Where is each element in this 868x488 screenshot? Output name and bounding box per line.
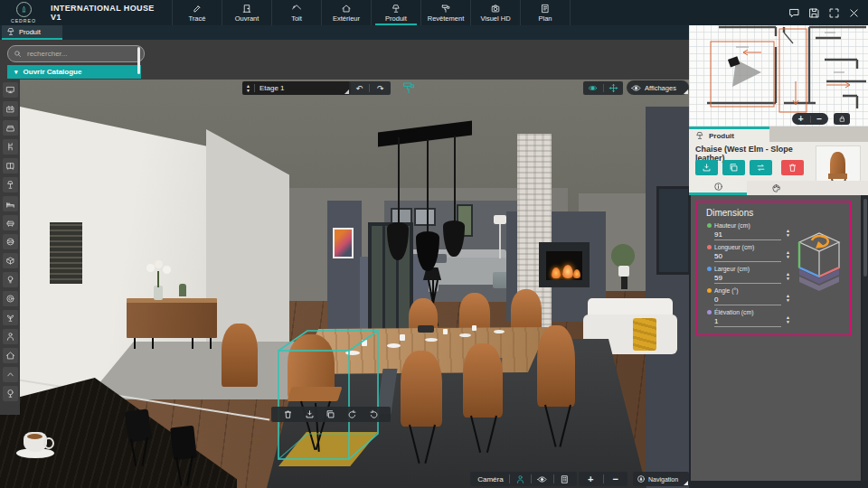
tv-icon — [5, 85, 15, 95]
selection-rotate-right-button[interactable] — [369, 409, 379, 419]
product-download-button[interactable] — [695, 160, 718, 175]
menu-item-visuel-hd[interactable]: Visuel HD — [470, 0, 520, 25]
undo-button[interactable]: ↶ — [355, 84, 363, 93]
framed-picture[interactable] — [414, 208, 436, 226]
selection-delete-button[interactable] — [283, 409, 293, 419]
orbit-icon[interactable] — [588, 83, 598, 93]
minimap-zoom-in-button[interactable]: + — [792, 114, 810, 124]
sidebar-item-armchairs[interactable] — [3, 215, 18, 230]
sidebar-item-tableware[interactable] — [3, 291, 18, 306]
sidebar-item-storage[interactable] — [3, 158, 18, 174]
wall-art[interactable] — [333, 228, 354, 258]
sidebar-item-boxes[interactable] — [3, 253, 18, 268]
dining-chair[interactable] — [222, 324, 258, 387]
overview-eye-icon[interactable] — [537, 474, 547, 484]
dimension-stepper[interactable]: ▲▼ — [786, 294, 790, 303]
tab-materials[interactable] — [747, 181, 805, 195]
comments-button[interactable] — [788, 7, 800, 19]
menu-item-plan[interactable]: Plan — [520, 0, 571, 25]
paint-tool-icon[interactable] — [401, 80, 416, 95]
right-panel-scrollbar[interactable] — [863, 195, 868, 481]
selection-download-button[interactable] — [305, 409, 315, 419]
orientation-cube[interactable] — [792, 222, 846, 316]
left-panel-scrollbar[interactable] — [137, 47, 140, 74]
affichages-button[interactable]: Affichages — [627, 80, 689, 95]
pan-icon[interactable] — [609, 83, 618, 93]
potted-plant[interactable] — [611, 244, 635, 267]
dining-chair[interactable] — [537, 325, 575, 407]
dining-chair[interactable] — [463, 343, 503, 418]
menu-item-trace[interactable]: Tracé — [172, 0, 222, 25]
cedreo-logo[interactable]: CEDREO — [0, 0, 47, 25]
minimap[interactable]: + − — [689, 25, 868, 127]
sideboard[interactable] — [127, 298, 217, 338]
person-view-icon[interactable] — [515, 474, 525, 484]
redo-button[interactable]: ↷ — [377, 84, 384, 93]
menu-item-revetement[interactable]: Revêtement — [420, 0, 470, 25]
dimension-stepper[interactable]: ▲▼ — [786, 229, 790, 238]
floor-selector[interactable]: ▲▼ Etage 1 — [242, 81, 351, 95]
sidebar-item-decoration[interactable] — [3, 234, 18, 249]
close-button[interactable] — [848, 7, 860, 19]
product-delete-button[interactable] — [781, 160, 804, 175]
sidebar-item-characters[interactable] — [3, 329, 18, 344]
sidebar-item-exterior[interactable] — [3, 348, 18, 363]
dimension-input[interactable] — [714, 274, 781, 284]
tab-dimensions[interactable] — [689, 181, 747, 195]
sidebar-item-kitchen[interactable] — [3, 101, 18, 117]
dimension-input[interactable] — [714, 296, 781, 305]
cactus[interactable] — [179, 284, 186, 296]
yellow-throw[interactable] — [633, 318, 656, 351]
table-lamp[interactable] — [494, 215, 506, 224]
sidebar-item-media[interactable] — [3, 82, 18, 98]
save-button[interactable] — [808, 7, 820, 19]
floor-stepper[interactable]: ▲▼ — [246, 84, 250, 93]
minimap-lock-button[interactable] — [834, 113, 850, 125]
navigation-button[interactable]: Navigation — [633, 472, 689, 486]
dimension-field-largeur: Largeur (cm) ▲▼ — [707, 266, 790, 286]
sidebar-item-plants[interactable] — [3, 310, 18, 325]
product-duplicate-button[interactable] — [722, 160, 745, 175]
dimension-input[interactable] — [714, 230, 781, 240]
sidebar-item-lighting[interactable] — [3, 272, 18, 287]
flower-vase[interactable] — [154, 286, 163, 300]
sidebar-item-collapse[interactable] — [3, 367, 18, 382]
elevation-view-icon[interactable] — [560, 474, 570, 484]
dimension-field-hauteur: Hauteur (cm) ▲▼ — [707, 222, 790, 242]
selection-rotate-left-button[interactable] — [347, 409, 357, 419]
dining-chair[interactable] — [401, 351, 442, 427]
fullscreen-button[interactable] — [828, 7, 840, 19]
3d-scene[interactable]: ▲▼ Etage 1 ↶ ↷ Affichages Caméra — [0, 80, 689, 488]
tab-produit-right[interactable]: Produit — [689, 127, 769, 142]
menu-item-ouvrant[interactable]: Ouvrant — [222, 0, 271, 25]
chair-icon — [5, 142, 15, 152]
zoom-out-button[interactable]: − — [613, 474, 618, 484]
product-replace-button[interactable] — [750, 160, 772, 175]
menu-item-exterieur[interactable]: Extérieur — [321, 0, 371, 25]
dimension-stepper[interactable]: ▲▼ — [786, 250, 790, 259]
window-buttons — [788, 7, 860, 19]
open-catalogue-button[interactable]: ▾ Ouvrir Catalogue — [7, 65, 141, 79]
sidebar-item-floor-lamps[interactable] — [3, 177, 18, 192]
wall-niche-shelf[interactable] — [50, 222, 82, 284]
zoom-in-button[interactable]: + — [588, 474, 593, 484]
dimension-input[interactable] — [714, 317, 781, 327]
product-header: Chaise (West Elm - Slope leather) — [689, 142, 868, 181]
tab-produit-left[interactable]: Produit — [2, 25, 62, 40]
menu-item-produit[interactable]: Produit — [371, 0, 420, 25]
dimension-input[interactable] — [714, 252, 781, 262]
dimension-label: Angle (°) — [714, 287, 739, 294]
sidebar-item-garden[interactable] — [3, 386, 18, 401]
dimension-stepper[interactable]: ▲▼ — [786, 315, 790, 324]
product-detail-content: Dimensions Hauteur (cm) ▲▼ Longueur (cm)… — [691, 195, 861, 481]
sidebar-item-beds[interactable] — [3, 196, 18, 211]
menu-item-toit[interactable]: Toit — [271, 0, 321, 25]
flame — [573, 269, 580, 278]
sidebar-item-sofas[interactable] — [3, 120, 18, 136]
minimap-zoom-out-button[interactable]: − — [811, 114, 829, 124]
selection-duplicate-button[interactable] — [326, 409, 335, 419]
right-window[interactable] — [656, 186, 689, 275]
dimension-stepper[interactable]: ▲▼ — [786, 272, 790, 281]
search-input[interactable] — [25, 49, 119, 59]
sidebar-item-chairs[interactable] — [3, 139, 18, 155]
